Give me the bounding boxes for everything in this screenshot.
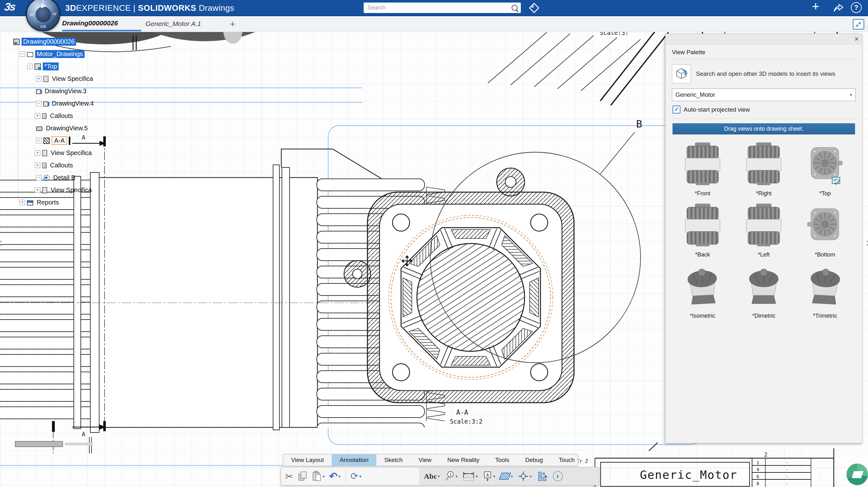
ribbon-tab-new-reality[interactable]: New Reality [439, 454, 487, 466]
share-icon[interactable] [833, 3, 844, 12]
collapse-toggle[interactable]: − [36, 101, 41, 106]
new-tab-button[interactable]: + [225, 18, 240, 30]
sheet-corner-tick [649, 442, 658, 451]
undo-button[interactable]: ↶▾ [328, 471, 342, 482]
view-thumb-front[interactable]: *Front [678, 142, 728, 197]
dimension-button[interactable]: ▾ [461, 470, 479, 482]
collapse-toggle[interactable]: − [36, 138, 41, 143]
ribbon-tab-annotation[interactable]: Annotation [332, 454, 376, 466]
tree-item-top-view[interactable]: − *Top [8, 60, 95, 73]
balloon-button[interactable]: 1 ▾ [443, 470, 459, 482]
view-thumb-back[interactable]: *Back [678, 203, 728, 258]
tree-item-view-spec-3[interactable]: + View Specifica [8, 184, 95, 196]
compass-vr-quadrant[interactable]: V.R [40, 25, 45, 29]
drawing-view-section-aa[interactable]: A-A Scale:3:2 [344, 168, 574, 425]
expand-toggle[interactable]: + [36, 76, 41, 82]
view-thumb-dimetric[interactable]: *Dimetric [739, 264, 789, 319]
ribbon-tab-debug[interactable]: Debug [517, 454, 551, 466]
model-select[interactable]: Generic_Motor ▾ [672, 88, 856, 101]
tree-item-drawing[interactable]: Drawing00000026 [8, 35, 95, 48]
dropdown-caret-icon[interactable]: ▾ [438, 474, 440, 479]
auto-start-checkbox[interactable]: ✓ [673, 106, 680, 114]
tree-item-callouts-2[interactable]: + Callouts [8, 159, 95, 172]
expand-toggle[interactable]: + [35, 113, 40, 119]
paste-icon [312, 471, 321, 482]
tree-item-drawingview3[interactable]: DrawingView.3 [8, 85, 95, 97]
view-thumb-left[interactable]: *Left [739, 203, 789, 258]
right-panel-toggle[interactable]: › [866, 235, 868, 250]
tree-item-drawingview5[interactable]: DrawingView.5 [8, 122, 95, 135]
dropdown-caret-icon[interactable]: ▾ [359, 474, 362, 479]
note-button[interactable]: A ▾ [481, 470, 497, 482]
expand-toggle[interactable]: + [35, 150, 40, 156]
tree-item-motor-drawings[interactable]: − Motor_Drawings [8, 48, 95, 60]
tree-item-section-aa[interactable]: − A-A [8, 135, 95, 147]
dropdown-caret-icon[interactable]: ▾ [338, 474, 341, 479]
dropdown-caret-icon[interactable]: ▾ [322, 474, 325, 479]
collapse-toggle[interactable]: − [20, 51, 25, 57]
view-thumb-top[interactable]: *Top [800, 142, 850, 197]
ribbon-tab-sketch[interactable]: Sketch [376, 454, 410, 466]
update-button[interactable]: ⟳▾ [349, 471, 363, 482]
more-tools-button[interactable]: › [551, 470, 564, 482]
close-icon[interactable]: × [855, 34, 859, 44]
cut-button[interactable]: ✂ [283, 470, 294, 483]
tree-item-view-spec-2[interactable]: + View Specifica [8, 147, 95, 159]
collapse-toggle[interactable]: − [36, 175, 41, 180]
callouts-icon [42, 113, 46, 119]
collapse-toggle[interactable]: − [27, 64, 33, 69]
search-input[interactable] [367, 4, 509, 11]
title-block-title: Generic_Motor [640, 468, 738, 482]
dropdown-caret-icon[interactable]: ▾ [456, 474, 458, 479]
auto-start-row[interactable]: ✓ Auto-start projected view [673, 106, 856, 114]
3dexperience-compass[interactable]: ▶ ♙ 3D iV V.R [26, 0, 60, 31]
left-panel-toggle[interactable]: ‹ [0, 235, 2, 250]
tab-generic-motor[interactable]: Generic_Motor A.1 [143, 16, 204, 31]
ribbon-tab-view[interactable]: View [410, 454, 439, 466]
table-arrange-button[interactable] [535, 470, 549, 482]
view-thumb-trimetric[interactable]: *Trimetric [800, 264, 850, 319]
tree-item-callouts-1[interactable]: + Callouts [8, 110, 95, 122]
center-mark-button[interactable]: ▾ [516, 470, 533, 482]
view-thumb-bottom[interactable]: *Bottom [800, 203, 850, 258]
help-icon[interactable]: ? [851, 2, 862, 13]
tag-icon[interactable] [528, 2, 540, 13]
rename-input[interactable]: A-A [52, 136, 67, 145]
compass-social-icon[interactable]: ♙ [41, 0, 45, 4]
collapse-window-button[interactable] [853, 19, 864, 29]
scale-bar[interactable] [15, 441, 93, 447]
tree-item-detail-b[interactable]: − Detail B [8, 172, 95, 184]
dropdown-caret-icon[interactable]: ▾ [493, 474, 495, 479]
paste-button[interactable]: ▾ [310, 470, 326, 482]
spell-check-button[interactable]: Abc▾ [422, 471, 442, 481]
view-thumb-isometric[interactable]: *Isometric [678, 264, 728, 319]
global-search[interactable] [364, 3, 521, 13]
app-title-drawings: Drawings [196, 3, 235, 13]
expand-toggle[interactable]: + [20, 200, 25, 205]
add-icon[interactable]: + [812, 0, 819, 13]
browse-models-button[interactable] [672, 64, 691, 83]
dropdown-caret-icon[interactable]: ▾ [530, 474, 532, 479]
view-thumb-label: *Bottom [800, 252, 850, 258]
view-thumb-right[interactable]: *Right [739, 142, 789, 197]
expand-toggle[interactable]: + [35, 163, 40, 168]
expand-toggle[interactable]: + [35, 188, 40, 193]
compass-3d-quadrant[interactable]: 3D [29, 13, 34, 17]
hatch-fill-button[interactable]: ▾ [499, 472, 515, 480]
view-spec-icon [42, 150, 47, 156]
copy-button[interactable] [296, 470, 309, 482]
search-icon[interactable] [512, 5, 518, 11]
section-view-title: A-A [456, 409, 468, 416]
tree-item-label: Reports [35, 199, 61, 206]
dropdown-caret-icon[interactable]: ▾ [511, 474, 513, 479]
panel-titlebar[interactable]: × [665, 34, 862, 45]
tab-drawing00000026[interactable]: Drawing00000026 [62, 16, 141, 31]
dropdown-caret-icon[interactable]: ▾ [475, 474, 478, 479]
ribbon-tab-tools[interactable]: Tools [487, 454, 517, 466]
ribbon-tab-view-layout[interactable]: View Layout [283, 454, 332, 466]
ribbon-tab-touch[interactable]: Touch [551, 454, 583, 466]
tree-item-reports[interactable]: + Reports [8, 196, 95, 209]
tree-item-view-spec-1[interactable]: + View Specifica [8, 73, 95, 85]
tree-item-drawingview4[interactable]: − DrawingView.4 [8, 97, 95, 110]
compass-iv-quadrant[interactable]: iV [53, 12, 56, 16]
